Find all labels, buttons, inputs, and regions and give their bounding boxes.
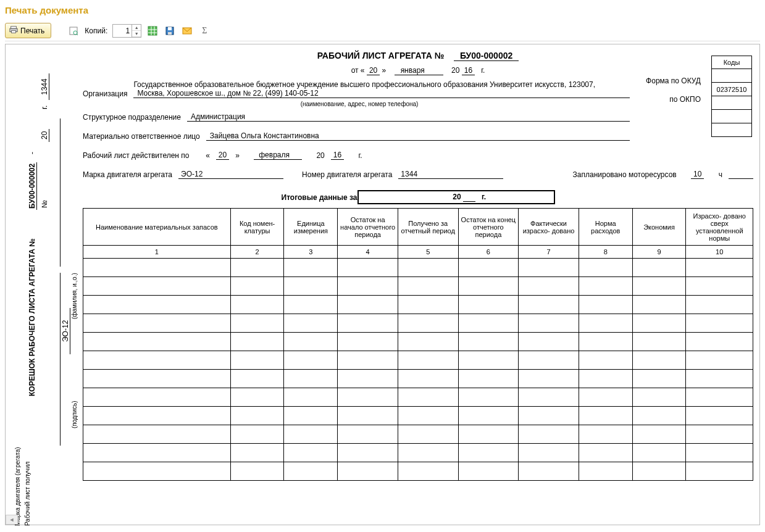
table-cell [338, 259, 398, 277]
date-mid: » [382, 66, 387, 75]
save-icon[interactable] [164, 25, 176, 37]
table-cell [458, 425, 519, 444]
date-day: 20 [367, 66, 380, 75]
table-cell [519, 333, 579, 351]
table-cell [519, 388, 579, 407]
copies-input[interactable] [113, 27, 132, 35]
table-cell [398, 296, 458, 314]
table-cell [230, 277, 284, 296]
dept-label: Структурное подразделение [83, 113, 181, 122]
table-header: Норма расходов [579, 209, 632, 246]
svg-rect-13 [168, 32, 172, 35]
table-cell [632, 296, 686, 314]
table-icon[interactable] [146, 25, 159, 37]
table-cell [284, 351, 338, 370]
table-row [83, 259, 753, 277]
plan-label: Запланировано моторесурсов [573, 170, 677, 179]
table-cell [458, 296, 519, 314]
table-cell [686, 296, 753, 314]
table-cell [458, 351, 519, 370]
valid-label: Рабочий лист действителен по [83, 151, 190, 160]
table-col-number: 4 [338, 246, 398, 259]
table-cell [632, 462, 686, 481]
table-cell [632, 370, 686, 388]
table-cell [83, 351, 231, 370]
mail-icon[interactable] [181, 25, 193, 37]
table-cell [230, 333, 284, 351]
codes-empty-2 [712, 110, 752, 123]
table-row [83, 370, 753, 388]
table-cell [230, 351, 284, 370]
table-cell [83, 296, 231, 314]
table-cell [686, 388, 753, 407]
table-cell [579, 314, 632, 333]
copies-spinner[interactable]: ▲ ▼ [112, 24, 141, 38]
preview-icon[interactable] [67, 25, 80, 37]
table-cell [579, 333, 632, 351]
plan-value: 10 [691, 170, 704, 179]
table-cell [519, 407, 579, 425]
codes-labels: Форма по ОКУД по ОКПО [646, 72, 701, 109]
table-cell [284, 407, 338, 425]
table-cell [284, 370, 338, 388]
table-cell [519, 462, 579, 481]
svg-rect-12 [168, 27, 172, 30]
table-cell [398, 277, 458, 296]
table-header: Остаток на конец отчетного периода [458, 209, 519, 246]
svg-line-5 [77, 34, 78, 35]
table-cell [632, 444, 686, 462]
document-body: РАБОЧИЙ ЛИСТ АГРЕГАТА № БУ00-000002 от «… [83, 51, 753, 506]
table-cell [338, 296, 398, 314]
table-header: Единица измерения [284, 209, 338, 246]
table-cell [338, 277, 398, 296]
engine-num: 1344 [398, 170, 503, 179]
doc-title: РАБОЧИЙ ЛИСТ АГРЕГАТА № БУ00-000002 [83, 51, 753, 61]
table-cell [458, 407, 519, 425]
sigma-icon[interactable]: Σ [198, 25, 211, 37]
stub-dash: - [28, 152, 36, 154]
table-cell [632, 277, 686, 296]
stub-engine-num: 1344 [40, 73, 49, 100]
table-col-number: 8 [579, 246, 632, 259]
table-cell [519, 351, 579, 370]
stub-strip-2: ЭО-12 (фамилия, и.,о.) (подпись) [55, 51, 83, 506]
table-cell [632, 351, 686, 370]
table-cell [632, 388, 686, 407]
table-cell [398, 425, 458, 444]
table-row [83, 277, 753, 296]
table-cell [284, 462, 338, 481]
date-year: 16 [462, 66, 475, 75]
table-cell [284, 314, 338, 333]
table-cell [398, 351, 458, 370]
valid-day: 20 [216, 151, 229, 160]
table-cell [338, 370, 398, 388]
dept-value: Администрация [187, 112, 630, 122]
table-cell [284, 388, 338, 407]
table-cell [230, 462, 284, 481]
codes-empty-3 [712, 123, 752, 137]
table-cell [686, 462, 753, 481]
stub-suffix: г. [40, 106, 49, 109]
table-cell [579, 407, 632, 425]
table-cell [519, 277, 579, 296]
table-row [83, 425, 753, 444]
person-value: Зайцева Ольга Константиновна [206, 131, 630, 141]
table-cell [632, 314, 686, 333]
codes-box: Коды 02372510 [711, 56, 752, 137]
table-cell [83, 388, 231, 407]
table-cell [686, 259, 753, 277]
valid-year: 16 [331, 151, 344, 160]
table-cell [338, 314, 398, 333]
date-prefix: от « [351, 66, 365, 75]
print-button[interactable]: Печать [5, 23, 51, 38]
okpo-label: по ОКПО [646, 90, 701, 109]
scroll-left-icon[interactable]: ◄ [6, 515, 18, 525]
table-cell [230, 407, 284, 425]
table-cell [458, 277, 519, 296]
spinner-down-icon[interactable]: ▼ [132, 31, 141, 37]
spinner-up-icon[interactable]: ▲ [132, 25, 141, 31]
table-cell [230, 296, 284, 314]
okud-value [712, 69, 752, 83]
stub-no-label: № [40, 200, 49, 208]
table-header: Код номен- клатуры [230, 209, 284, 246]
